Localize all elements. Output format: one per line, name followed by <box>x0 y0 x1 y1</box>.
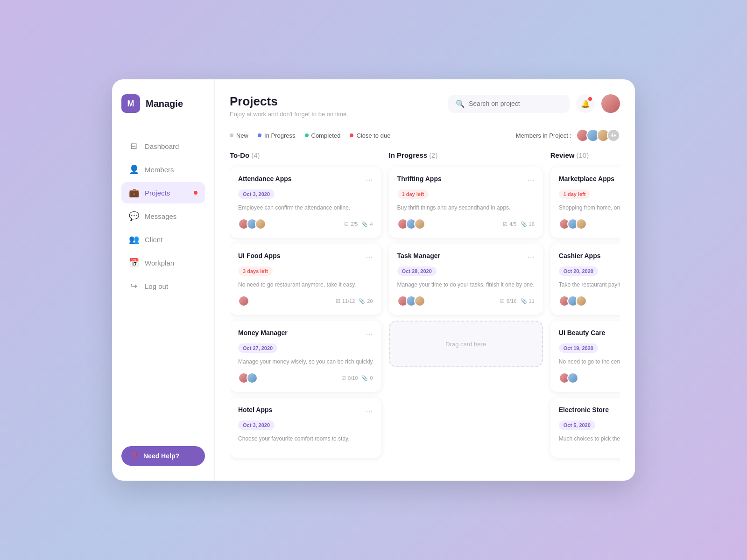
card-title: Electronic Store <box>559 406 609 413</box>
logout-icon: ↪ <box>129 281 138 291</box>
card-avatars <box>397 295 425 307</box>
card-menu-button[interactable]: ··· <box>366 252 373 262</box>
search-box[interactable]: 🔍 <box>448 95 570 113</box>
sidebar-item-projects[interactable]: 💼 Projects <box>121 182 205 203</box>
card-title: Money Manager <box>238 329 288 336</box>
kanban-board: To-Do(4) Attendance Apps ··· Oct 3, 2020… <box>230 151 620 481</box>
card-menu-button[interactable]: ··· <box>366 406 373 416</box>
card-avatar-2 <box>576 218 587 230</box>
sidebar: M Managie ⊟ Dashboard 👤 Members 💼 Projec… <box>112 79 215 481</box>
card-review-3: Electronic Store ··· Oct 5, 2020 Much ch… <box>550 398 620 458</box>
tasks-icon: ☑ <box>341 375 346 381</box>
column-title-review: Review <box>550 151 575 159</box>
legend-item-in_progress: In Progress <box>258 132 295 139</box>
attach-stat: 📎4 <box>361 221 373 227</box>
page-header-left: Projects Enjoy at work and don't forget … <box>230 94 348 118</box>
card-in_progress-1: Task Manager ··· Oct 28, 2020 Manage you… <box>389 244 543 315</box>
tasks-value: 0/10 <box>348 375 358 381</box>
legend-label-new: New <box>236 132 248 139</box>
attach-value: 0 <box>370 375 373 381</box>
card-desc: No need to go to the centre, beauty from… <box>559 357 620 366</box>
card-badge: Oct 28, 2020 <box>397 266 437 276</box>
card-avatar-2 <box>255 218 266 230</box>
column-header-review: Review(10) <box>550 151 620 159</box>
column-review: Review(10) Marketplace Apps ··· 1 day le… <box>550 151 620 471</box>
card-menu-button[interactable]: ··· <box>528 252 535 262</box>
main-header: Projects Enjoy at work and don't forget … <box>230 94 620 118</box>
card-badge: Oct 27, 2020 <box>238 343 277 353</box>
card-in_progress-0: Thrifting Apps ··· 1 day left Buy thrift… <box>389 167 543 238</box>
card-desc: No need to go restaurant anymore, take i… <box>238 280 373 289</box>
card-title: Hotel Apps <box>238 406 272 413</box>
card-avatars <box>397 218 425 230</box>
page-subtitle: Enjoy at work and don't forget to be on … <box>230 111 348 118</box>
card-footer: ☑0/10 📎0 <box>238 372 373 384</box>
card-footer: ☑2/5 📎4 <box>238 218 373 230</box>
card-header: Attendance Apps ··· <box>238 175 373 185</box>
tasks-icon: ☑ <box>336 298 340 304</box>
card-header: UI Food Apps ··· <box>238 252 373 262</box>
card-avatar-2 <box>414 218 425 230</box>
card-avatars <box>559 295 587 307</box>
card-desc: Take the restaurant payment easily <box>559 280 620 289</box>
sidebar-item-messages[interactable]: 💬 Messages <box>121 205 205 227</box>
card-review-1: Cashier Apps ··· Oct 20, 2020 Take the r… <box>550 244 620 315</box>
card-avatar-1 <box>247 372 258 384</box>
sidebar-item-workplan[interactable]: 📅 Workplan <box>121 252 205 273</box>
card-menu-button[interactable]: ··· <box>366 329 373 339</box>
sidebar-item-dashboard[interactable]: ⊟ Dashboard <box>121 135 205 157</box>
members-in-project: Members in Project : 4+ <box>516 129 620 142</box>
tasks-icon: ☑ <box>344 221 349 227</box>
drag-card-in_progress-2[interactable]: Drag card here <box>389 321 543 367</box>
card-avatars <box>238 295 249 307</box>
card-badge: Oct 3, 2020 <box>238 420 275 430</box>
sidebar-label-logout: Log out <box>145 282 168 290</box>
attach-value: 20 <box>367 298 373 304</box>
sidebar-item-client[interactable]: 👥 Client <box>121 229 205 250</box>
card-footer: ☑4/5 📎16 <box>397 218 535 230</box>
card-footer: ☑8/16 📎8 <box>559 372 620 384</box>
column-count-todo: (4) <box>251 151 260 159</box>
card-header: Cashier Apps ··· <box>559 252 620 262</box>
card-todo-0: Attendance Apps ··· Oct 3, 2020 Employee… <box>230 167 381 238</box>
column-header-todo: To-Do(4) <box>230 151 381 159</box>
card-title: Cashier Apps <box>559 252 601 259</box>
card-badge: 3 days left <box>238 266 273 276</box>
card-menu-button[interactable]: ··· <box>528 175 535 185</box>
legend-dot-new <box>230 133 233 137</box>
card-badge: 1 day left <box>559 189 591 199</box>
card-avatar-2 <box>414 295 425 307</box>
sidebar-item-logout[interactable]: ↪ Log out <box>121 275 205 297</box>
user-avatar[interactable] <box>601 94 620 113</box>
card-desc: Shopping from home, only scrolling your … <box>559 203 620 212</box>
card-footer: ☑9/16 📎11 <box>397 295 535 307</box>
card-desc: Employee can confirm the attendance onli… <box>238 203 373 212</box>
legend-bar: New In Progress Completed Close to due M… <box>230 129 620 142</box>
column-in_progress: In Progress(2) Thrifting Apps ··· 1 day … <box>389 151 543 471</box>
attach-icon: 📎 <box>359 298 365 304</box>
notification-button[interactable]: 🔔 <box>576 94 595 113</box>
card-avatars <box>238 372 258 384</box>
member-avatar-extra: 4+ <box>607 129 620 142</box>
need-help-button[interactable]: ❓ Need Help? <box>121 446 205 466</box>
search-input[interactable] <box>469 100 562 107</box>
attach-stat: 📎11 <box>521 298 535 304</box>
tasks-stat: ☑9/16 <box>500 298 516 304</box>
attach-icon: 📎 <box>361 375 368 381</box>
tasks-icon: ☑ <box>503 221 507 227</box>
card-badge: Oct 3, 2020 <box>238 189 275 199</box>
sidebar-item-members[interactable]: 👤 Members <box>121 159 205 180</box>
card-avatar-2 <box>576 295 587 307</box>
card-todo-3: Hotel Apps ··· Oct 3, 2020 Choose your f… <box>230 398 381 458</box>
card-title: Thrifting Apps <box>397 175 442 182</box>
tasks-value: 9/16 <box>507 298 516 304</box>
page-title: Projects <box>230 94 348 109</box>
card-menu-button[interactable]: ··· <box>366 175 373 185</box>
logo-name: Managie <box>146 98 183 109</box>
attach-stat: 📎0 <box>361 375 373 381</box>
card-avatars <box>559 218 587 230</box>
column-count-in_progress: (2) <box>429 151 437 159</box>
legend-dot-close_to_due <box>350 133 353 137</box>
attach-value: 11 <box>529 298 535 304</box>
sidebar-label-dashboard: Dashboard <box>145 142 179 150</box>
